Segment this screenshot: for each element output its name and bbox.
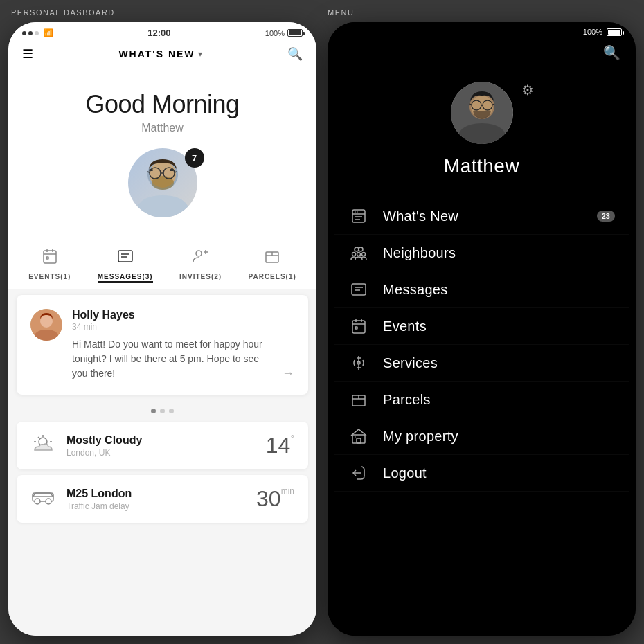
- temperature-value: 14: [266, 433, 291, 458]
- greeting-section: Good Morning Matthew: [8, 69, 316, 234]
- svg-point-54: [357, 253, 361, 256]
- messages-icon: [117, 248, 134, 269]
- traffic-road: M25 London: [66, 488, 245, 500]
- menu-status-bar: 100%: [328, 22, 636, 39]
- menu-user-name: Matthew: [444, 155, 519, 177]
- section-label-menu: MENU: [316, 8, 633, 17]
- svg-rect-56: [352, 284, 366, 295]
- traffic-info: M25 London Traffic Jam delay: [66, 488, 245, 511]
- notification-badge: 7: [185, 148, 204, 168]
- logout-label: Logout: [383, 465, 615, 481]
- dot-1: [151, 409, 156, 413]
- traffic-card[interactable]: M25 London Traffic Jam delay 30 min: [17, 475, 308, 523]
- status-right: 100%: [265, 29, 303, 37]
- action-events[interactable]: EVENTS(1): [28, 248, 71, 283]
- hamburger-menu-button[interactable]: ☰: [22, 46, 33, 62]
- traffic-time-value: 30: [256, 486, 281, 512]
- settings-gear-icon[interactable]: ⚙: [521, 82, 534, 98]
- svg-rect-63: [355, 327, 357, 329]
- signal-dots: 📶: [22, 28, 53, 37]
- battery-percent: 100%: [265, 29, 285, 37]
- menu-item-services[interactable]: Services: [334, 345, 629, 382]
- traffic-icon: [30, 487, 55, 511]
- svg-rect-15: [118, 251, 132, 262]
- svg-point-51: [355, 247, 359, 251]
- menu-item-logout[interactable]: Logout: [334, 455, 629, 492]
- svg-line-8: [147, 172, 150, 172]
- action-parcels[interactable]: PARCELS(1): [249, 248, 296, 283]
- battery-bar: [287, 29, 303, 37]
- menu-search-icon[interactable]: 🔍: [603, 44, 620, 61]
- parcels-label: PARCELS(1): [249, 273, 296, 280]
- svg-rect-45: [352, 210, 365, 222]
- menu-item-my-property[interactable]: My property: [334, 418, 629, 455]
- weather-title: Mostly Cloudy: [66, 434, 255, 447]
- traffic-time-unit: min: [281, 486, 294, 496]
- menu-item-events[interactable]: Events: [334, 308, 629, 345]
- services-icon: [348, 355, 369, 371]
- weather-info: Mostly Cloudy London, UK: [66, 434, 255, 458]
- messages-label: MESSAGES(3): [98, 273, 153, 283]
- quick-actions-bar: EVENTS(1) MESSAGES(3): [8, 234, 316, 289]
- svg-point-34: [35, 499, 40, 504]
- events-icon: [42, 248, 58, 269]
- weather-location: London, UK: [66, 448, 255, 458]
- nav-dropdown-arrow[interactable]: ▾: [198, 49, 202, 59]
- whats-new-label: What's New: [383, 208, 583, 224]
- nav-bar: ☰ WHAT'S NEW ▾ 🔍: [8, 41, 316, 69]
- svg-point-52: [359, 247, 363, 251]
- messages-menu-label: Messages: [383, 282, 615, 298]
- signal-dot-3: [35, 31, 39, 35]
- user-avatar-container[interactable]: 7: [128, 148, 197, 217]
- dot-2: [160, 409, 165, 413]
- weather-icon: [30, 433, 55, 458]
- svg-rect-10: [44, 251, 56, 263]
- nav-title: WHAT'S NEW: [118, 48, 195, 60]
- message-arrow[interactable]: →: [282, 366, 294, 381]
- neighbours-icon: [348, 244, 369, 261]
- events-menu-icon: [348, 318, 369, 334]
- message-content: Holly Hayes 34 min Hi Matt! Do you want …: [72, 309, 272, 381]
- dot-3: [169, 409, 174, 413]
- parcels-menu-icon: [348, 391, 369, 408]
- menu-item-neighbours[interactable]: Neighbours: [334, 235, 629, 271]
- menu-profile-section: ⚙ Matthew: [328, 75, 636, 198]
- status-bar: 📶 12:00 100%: [8, 22, 316, 41]
- traffic-value-wrap: 30 min: [256, 486, 294, 512]
- search-icon[interactable]: 🔍: [287, 46, 303, 62]
- action-invites[interactable]: INVITES(2): [179, 248, 222, 283]
- menu-item-parcels[interactable]: Parcels: [334, 382, 629, 418]
- logout-icon: [348, 465, 369, 481]
- neighbours-label: Neighbours: [383, 245, 615, 261]
- message-time: 34 min: [72, 322, 272, 332]
- svg-rect-72: [357, 438, 361, 443]
- action-messages[interactable]: MESSAGES(3): [98, 248, 153, 283]
- weather-card[interactable]: Mostly Cloudy London, UK 14 °: [17, 422, 308, 469]
- menu-items-list: What's New 23: [328, 198, 636, 492]
- my-property-label: My property: [383, 429, 615, 445]
- menu-item-whats-new[interactable]: What's New 23: [334, 198, 629, 235]
- signal-dot-2: [28, 31, 33, 35]
- section-label-personal: PERSONAL DASBOARD: [11, 8, 316, 17]
- menu-nav-bar: 🔍: [328, 39, 636, 68]
- menu-content: ⚙ Matthew: [328, 68, 636, 636]
- svg-point-55: [362, 253, 366, 256]
- svg-line-31: [38, 437, 39, 438]
- app-content: Good Morning Matthew: [8, 69, 316, 636]
- menu-screen: 100% 🔍: [328, 22, 636, 636]
- wifi-icon: 📶: [44, 28, 53, 37]
- menu-battery-fill: [608, 30, 620, 35]
- invites-icon: [193, 248, 209, 269]
- svg-rect-14: [46, 257, 48, 259]
- message-text: Hi Matt! Do you want to meet for happy h…: [72, 337, 272, 381]
- messages-card[interactable]: Holly Hayes 34 min Hi Matt! Do you want …: [17, 295, 308, 395]
- parcels-icon: [264, 248, 280, 269]
- menu-item-messages[interactable]: Messages: [334, 271, 629, 308]
- events-label: EVENTS(1): [28, 273, 71, 280]
- signal-dot-1: [22, 31, 26, 35]
- temperature-unit: °: [290, 433, 294, 444]
- menu-user-avatar[interactable]: [451, 82, 513, 144]
- whats-new-badge: 23: [597, 211, 615, 222]
- parcels-menu-label: Parcels: [383, 392, 615, 408]
- greeting-name: Matthew: [22, 122, 303, 134]
